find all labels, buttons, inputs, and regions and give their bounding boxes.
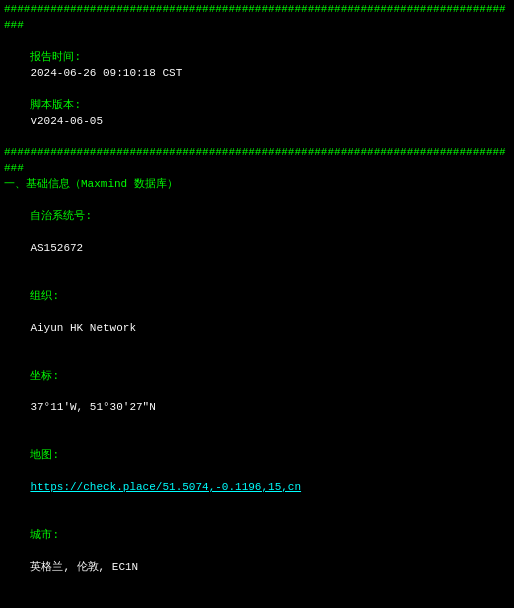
city-line: 城市: 英格兰, 伦敦, EC1N (4, 512, 510, 592)
as-number-value: AS152672 (30, 242, 83, 254)
org-line: 组织: Aiyun HK Network (4, 273, 510, 353)
org-label: 组织: (30, 290, 59, 302)
coords-value: 37°11'W, 51°30'27"N (30, 401, 155, 413)
script-version-label: 脚本版本: (30, 99, 81, 111)
org-value: Aiyun HK Network (30, 322, 136, 334)
map-line: 地图: https://check.place/51.5074,-0.1196,… (4, 432, 510, 512)
header-divider2: ########################################… (4, 145, 510, 177)
used-line: 使用地: [GB]英国, [EU]欧洲 (4, 592, 510, 608)
header-divider: ########################################… (4, 2, 510, 34)
report-time-label: 报告时间: (30, 51, 81, 63)
as-number-label: 自治系统号: (30, 210, 92, 222)
map-label: 地图: (30, 449, 59, 461)
report-time-value: 2024-06-26 09:10:18 CST (30, 67, 182, 79)
section-basic-title: 一、基础信息（Maxmind 数据库） (4, 177, 510, 193)
coords-line: 坐标: 37°11'W, 51°30'27"N (4, 353, 510, 433)
map-link[interactable]: https://check.place/51.5074,-0.1196,15,c… (30, 481, 301, 493)
report-container: ########################################… (4, 2, 510, 608)
script-version-value: v2024-06-05 (30, 115, 103, 127)
as-number-line: 自治系统号: AS152672 (4, 193, 510, 273)
coords-label: 坐标: (30, 370, 59, 382)
report-time-line: 报告时间: 2024-06-26 09:10:18 CST 脚本版本: v202… (4, 34, 510, 146)
city-value: 英格兰, 伦敦, EC1N (30, 561, 138, 573)
city-label: 城市: (30, 529, 59, 541)
